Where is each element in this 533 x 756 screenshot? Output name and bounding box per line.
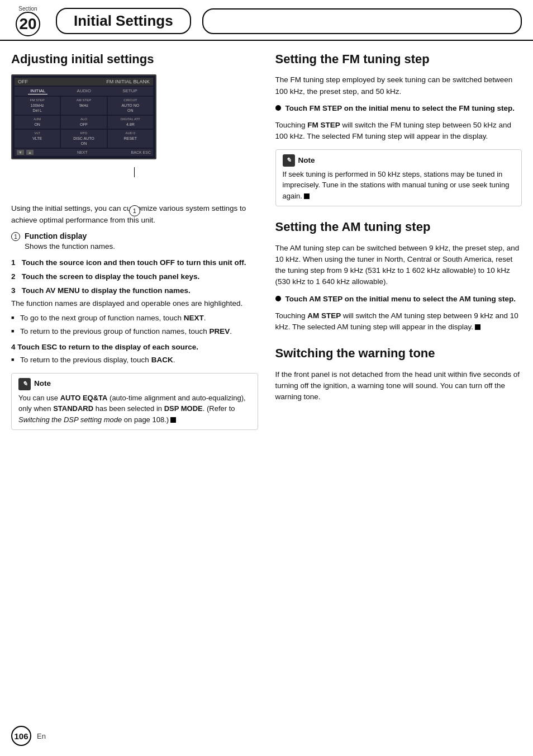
bullet-prev: To return to the previous group of funct… [11, 326, 258, 337]
section-badge: Section 20 [11, 6, 45, 36]
screen-top-left: OFF [18, 79, 28, 84]
page-header: Section 20 Initial Settings [0, 0, 533, 41]
screen-cell-alo: ALO OFF [61, 116, 106, 129]
fm-heading: Setting the FM tuning step [275, 52, 522, 67]
screen-bottom: ▼ ▲ NEXT BACK ESC [15, 149, 153, 156]
screen-grid: FM STEP 100kHz Del L AM STEP 9kHz CIRCUI… [15, 97, 153, 148]
screen-cell-vlt: VLT VLTE [15, 130, 60, 148]
section-label: Section [18, 6, 37, 12]
fm-note-label: Note [298, 155, 315, 166]
screen-arrow-left: ▼ [17, 150, 24, 155]
end-marker-3 [475, 324, 480, 330]
adjusting-heading: Adjusting initial settings [11, 52, 258, 67]
step3-body: The function names are displayed and ope… [11, 298, 258, 309]
footer: 106 En [11, 726, 46, 746]
screen-cell-amstep: AM STEP 9kHz [61, 97, 106, 115]
screen-nav-initial: INITIAL [28, 88, 47, 94]
am-touch-bullet [275, 296, 281, 301]
fm-touch-body: Touching FM STEP will switch the FM tuni… [275, 120, 522, 143]
fm-note-box: ✎ Note If seek tuning is performed in 50… [275, 149, 522, 207]
warning-intro: If the front panel is not detached from … [275, 369, 522, 403]
screen-top-right: FM INITIAL BLANK [106, 79, 150, 84]
note-icon: ✎ [18, 378, 31, 390]
header-title: Initial Settings [56, 8, 191, 34]
screen-cell-digital: DIGITAL ATT 4.8R [108, 116, 153, 129]
fm-touch-instruction: Touch FM STEP on the initial menu to sel… [275, 103, 522, 114]
fm-note-text: If seek tuning is performed in 50 kHz st… [283, 169, 515, 202]
fm-note-header: ✎ Note [283, 154, 515, 167]
screen-image: OFF FM INITIAL BLANK INITIAL AUDIO SETUP… [11, 74, 156, 159]
screen-nav: INITIAL AUDIO SETUP [15, 87, 153, 96]
screen-cell-aud: AUD 0 RESET [108, 130, 153, 148]
right-column: Setting the FM tuning step The FM tuning… [275, 41, 522, 437]
footer-lang: En [37, 732, 46, 740]
end-marker-1 [170, 417, 176, 423]
end-marker-2 [304, 193, 310, 199]
screen-nav-setup: SETUP [120, 88, 140, 94]
screen-cell-circuit: CIRCUIT AUTO NO ON [108, 97, 153, 115]
step3-heading: 3 Touch AV MENU to display the function … [11, 286, 258, 295]
screen-top-bar: OFF FM INITIAL BLANK [15, 78, 153, 86]
function-display-line: 1 Function display [11, 231, 258, 242]
function-display-desc: Shows the function names. [11, 241, 258, 252]
header-right-box [202, 8, 522, 34]
left-note-box: ✎ Note You can use AUTO EQ&TA (auto-time… [11, 373, 258, 431]
am-heading: Setting the AM tuning step [275, 220, 522, 234]
fm-touch-text: Touch FM STEP on the initial menu to sel… [285, 103, 515, 114]
main-content: Adjusting initial settings OFF FM INITIA… [0, 41, 533, 437]
left-note-text: You can use AUTO EQ&TA (auto-time alignm… [18, 393, 251, 426]
screen-cell-rto: RTO DISC AUTO ON [61, 130, 106, 148]
callout-line [134, 167, 135, 177]
page-number: 106 [11, 726, 31, 746]
screen-arrow-up: ▲ [26, 150, 34, 155]
left-note-label: Note [34, 378, 51, 389]
fm-note-icon: ✎ [283, 154, 295, 167]
step1-heading: 1 Touch the source icon and then touch O… [11, 258, 258, 267]
warning-heading: Switching the warning tone [275, 346, 522, 361]
screen-cell-ajni: AJNI ON [15, 116, 60, 129]
step4-heading: 4 Touch ESC to return to the display of … [11, 343, 258, 351]
am-touch-body: Touching AM STEP will switch the AM tuni… [275, 310, 522, 333]
bullet-next: To go to the next group of function name… [11, 313, 258, 324]
am-intro: The AM tuning step can be switched betwe… [275, 243, 522, 288]
step4-bullet: To return to the previous display, touch… [11, 355, 258, 366]
section-number: 20 [16, 12, 40, 36]
callout-number: 1 [129, 205, 140, 216]
fm-intro: The FM tuning step employed by seek tuni… [275, 74, 522, 97]
func-number-circle: 1 [11, 232, 20, 241]
step2-heading: 2 Touch the screen to display the touch … [11, 272, 258, 281]
screen-nav-audio: AUDIO [75, 88, 93, 94]
screen-arrows: ▼ ▲ [17, 150, 34, 155]
left-note-header: ✎ Note [18, 378, 251, 390]
screen-next: NEXT [77, 150, 88, 154]
screen-wrapper: OFF FM INITIAL BLANK INITIAL AUDIO SETUP… [11, 74, 258, 200]
left-column: Adjusting initial settings OFF FM INITIA… [11, 41, 258, 437]
function-display-label: Function display [25, 231, 87, 240]
am-touch-instruction: Touch AM STEP on the initial menu to sel… [275, 294, 522, 305]
screen-back-esc: BACK ESC [131, 150, 151, 154]
am-touch-text: Touch AM STEP on the initial menu to sel… [285, 294, 516, 305]
fm-touch-bullet [275, 105, 281, 111]
screen-cell-fmstep: FM STEP 100kHz Del L [15, 97, 60, 115]
